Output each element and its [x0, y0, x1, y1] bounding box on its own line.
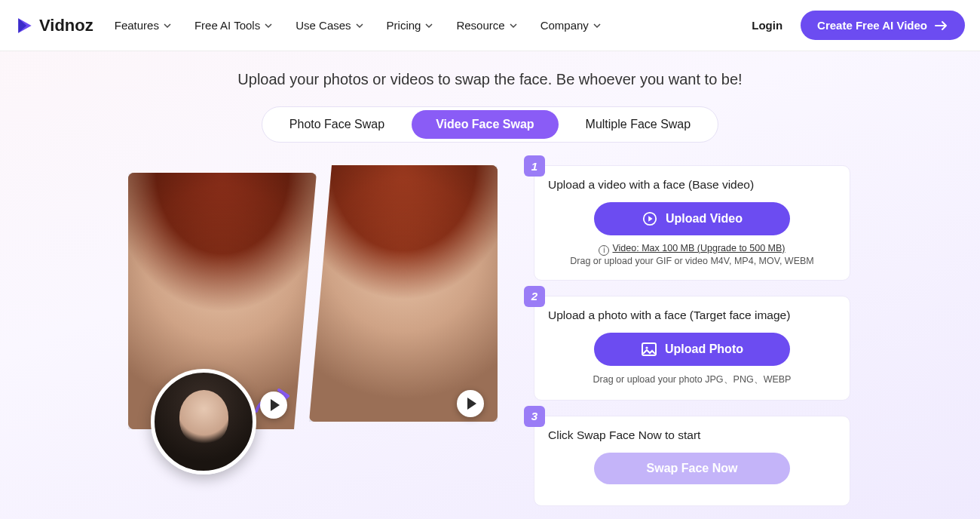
- chevron-down-icon: [163, 21, 172, 30]
- navbar: Vidnoz Features Free AI Tools Use Cases …: [0, 0, 980, 51]
- tab-multiple-face-swap[interactable]: Multiple Face Swap: [562, 110, 715, 139]
- nav-left: Vidnoz Features Free AI Tools Use Cases …: [15, 16, 602, 35]
- step-badge: 2: [524, 286, 545, 307]
- upload-photo-button[interactable]: Upload Photo: [594, 333, 790, 366]
- chevron-down-icon: [355, 21, 364, 30]
- login-link[interactable]: Login: [752, 19, 782, 32]
- nav-features[interactable]: Features: [115, 19, 172, 32]
- chevron-down-icon: [509, 21, 518, 30]
- step-2-title: Upload a photo with a face (Target face …: [548, 309, 836, 322]
- logo-icon: [15, 16, 35, 35]
- logo-text: Vidnoz: [39, 16, 93, 35]
- nav-free-ai-tools[interactable]: Free AI Tools: [194, 19, 273, 32]
- step-2-card: 2 Upload a photo with a face (Target fac…: [534, 296, 850, 401]
- play-icon[interactable]: [457, 390, 484, 417]
- create-video-button[interactable]: Create Free AI Video: [801, 11, 965, 40]
- tab-video-face-swap[interactable]: Video Face Swap: [412, 110, 558, 139]
- step-1-hint: Drag or upload your GIF or video M4V, MP…: [548, 256, 836, 266]
- svg-point-2: [645, 346, 648, 349]
- nav-pricing[interactable]: Pricing: [387, 19, 434, 32]
- chevron-down-icon: [593, 21, 602, 30]
- step-1-card: 1 Upload a video with a face (Base video…: [534, 165, 850, 281]
- main-content: 1 Upload a video with a face (Base video…: [0, 165, 980, 519]
- step-1-limit: iVideo: Max 100 MB (Upgrade to 500 MB): [548, 243, 836, 256]
- target-face-thumbnail: [151, 369, 256, 474]
- upload-video-button[interactable]: Upload Video: [594, 202, 790, 235]
- chevron-down-icon: [424, 21, 433, 30]
- tab-photo-face-swap[interactable]: Photo Face Swap: [265, 110, 409, 139]
- nav-company[interactable]: Company: [541, 19, 602, 32]
- image-icon: [641, 342, 657, 357]
- upgrade-link[interactable]: Video: Max 100 MB (Upgrade to 500 MB): [612, 243, 785, 253]
- arrow-right-icon: [935, 20, 948, 31]
- step-1-title: Upload a video with a face (Base video): [548, 178, 836, 192]
- tabs: Photo Face Swap Video Face Swap Multiple…: [262, 106, 718, 143]
- step-badge: 1: [524, 155, 545, 177]
- hero: Upload your photos or videos to swap the…: [0, 51, 980, 106]
- tabs-container: Photo Face Swap Video Face Swap Multiple…: [0, 106, 980, 143]
- preview-image-after: [309, 165, 498, 422]
- logo[interactable]: Vidnoz: [15, 16, 93, 35]
- step-badge: 3: [524, 406, 545, 427]
- nav-links: Features Free AI Tools Use Cases Pricing…: [115, 19, 602, 32]
- info-icon: i: [599, 245, 609, 256]
- preview-area: [128, 165, 498, 467]
- nav-use-cases[interactable]: Use Cases: [296, 19, 363, 32]
- nav-resource[interactable]: Resource: [456, 19, 517, 32]
- nav-right: Login Create Free AI Video: [752, 11, 965, 40]
- step-3-card: 3 Click Swap Face Now to start Swap Face…: [534, 416, 850, 506]
- step-3-title: Click Swap Face Now to start: [548, 428, 836, 442]
- hero-subtitle: Upload your photos or videos to swap the…: [0, 71, 980, 88]
- chevron-down-icon: [264, 21, 273, 30]
- play-icon[interactable]: [260, 392, 287, 419]
- swap-face-now-button[interactable]: Swap Face Now: [594, 453, 790, 484]
- play-circle-icon: [642, 211, 658, 226]
- steps-panel: 1 Upload a video with a face (Base video…: [534, 165, 850, 506]
- step-2-hint: Drag or upload your photo JPG、PNG、WEBP: [548, 373, 836, 386]
